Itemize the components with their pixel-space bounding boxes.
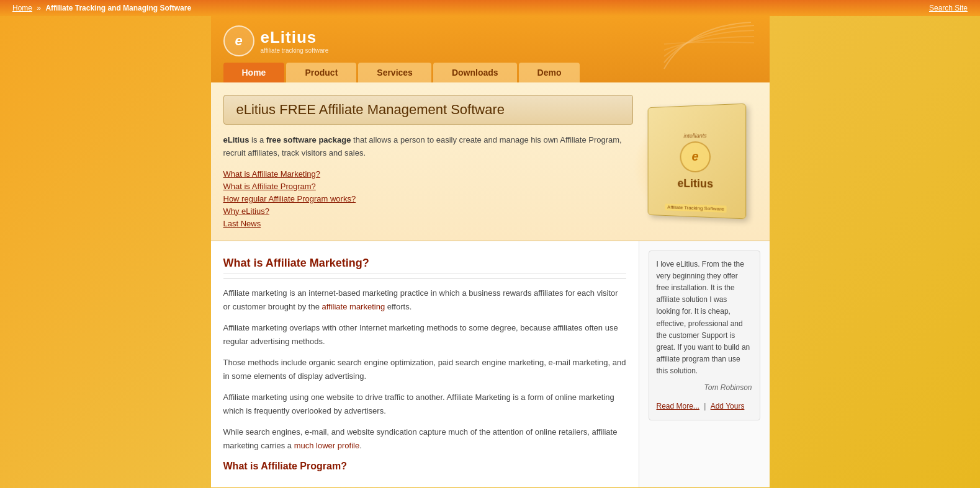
- link-affiliate-marketing[interactable]: What is Affiliate Marketing?: [223, 169, 633, 179]
- nav-services[interactable]: Services: [358, 63, 431, 82]
- paragraph-5: While search engines, e-mail, and websit…: [223, 425, 626, 453]
- read-more-link[interactable]: Read More...: [657, 402, 699, 410]
- paragraph-3: Those methods include organic search eng…: [223, 356, 626, 383]
- nav-demo[interactable]: Demo: [519, 63, 580, 82]
- sidebar: I love eLitius. From the the very beginn…: [639, 241, 770, 487]
- breadcrumb-separator: »: [37, 4, 41, 12]
- nav-home[interactable]: Home: [223, 63, 285, 82]
- paragraph-2: Affiliate marketing overlaps with other …: [223, 321, 626, 348]
- hero-nav-links: What is Affiliate Marketing? What is Aff…: [223, 169, 633, 228]
- product-logo-circle: e: [680, 141, 711, 172]
- breadcrumb-current: Affiliate Tracking and Managing Software: [45, 4, 191, 12]
- bottom-section: What is Affiliate Marketing? Affiliate m…: [211, 241, 770, 487]
- link-why-elitius[interactable]: Why eLitius?: [223, 206, 633, 216]
- section-title-affiliate-program: What is Affiliate Program?: [223, 461, 626, 472]
- link-regular-program[interactable]: How regular Affiliate Program works?: [223, 194, 633, 203]
- hero-right: intelliants e eLitius Affiliate Tracking…: [633, 95, 757, 228]
- page-title-box: eLitius FREE Affiliate Management Softwa…: [223, 95, 633, 125]
- breadcrumb: Home » Affiliate Tracking and Managing S…: [12, 4, 191, 12]
- testimonial-box: I love eLitius. From the the very beginn…: [649, 251, 760, 420]
- logo-tagline: affiliate tracking software: [261, 47, 329, 54]
- nav-downloads[interactable]: Downloads: [433, 63, 517, 82]
- intro-text: eLitius is a free software package that …: [223, 134, 633, 160]
- lower-profile-link[interactable]: much lower profile: [294, 441, 360, 450]
- logo-circle: e: [223, 25, 254, 56]
- logo-text: eLitius affiliate tracking software: [261, 28, 329, 54]
- breadcrumb-home[interactable]: Home: [12, 4, 32, 12]
- paragraph-4: Affiliate marketing using one website to…: [223, 391, 626, 418]
- decorative-curves: [658, 19, 757, 75]
- logo-symbol: e: [235, 33, 242, 49]
- search-site-link[interactable]: Search Site: [929, 4, 968, 12]
- section-title-affiliate-marketing: What is Affiliate Marketing?: [223, 257, 626, 273]
- testimonial-separator: |: [704, 402, 708, 410]
- add-yours-link[interactable]: Add Yours: [711, 402, 745, 410]
- testimonial-links: Read More... | Add Yours: [657, 401, 752, 412]
- product-name: eLitius: [677, 177, 713, 190]
- testimonial-text: I love eLitius. From the the very beginn…: [657, 259, 752, 378]
- product-symbol: e: [691, 149, 698, 164]
- affiliate-marketing-link[interactable]: affiliate marketing: [321, 302, 385, 311]
- site-header: e eLitius affiliate tracking software Ho…: [211, 16, 770, 82]
- product-box: intelliants e eLitius Affiliate Tracking…: [647, 104, 746, 220]
- page-title: eLitius FREE Affiliate Management Softwa…: [236, 102, 620, 118]
- hero-left: eLitius FREE Affiliate Management Softwa…: [223, 95, 633, 228]
- link-affiliate-program[interactable]: What is Affiliate Program?: [223, 182, 633, 191]
- link-last-news[interactable]: Last News: [223, 219, 633, 228]
- paragraph-1: Affiliate marketing is an internet-based…: [223, 286, 626, 314]
- testimonial-author: Tom Robinson: [657, 382, 752, 394]
- nav-product[interactable]: Product: [286, 63, 356, 82]
- product-brand: intelliants: [677, 132, 713, 139]
- logo-name: eLitius: [261, 28, 329, 47]
- product-label: Affiliate Tracking Software: [665, 204, 726, 213]
- main-content: What is Affiliate Marketing? Affiliate m…: [211, 241, 639, 487]
- hero-section: eLitius FREE Affiliate Management Softwa…: [211, 82, 770, 241]
